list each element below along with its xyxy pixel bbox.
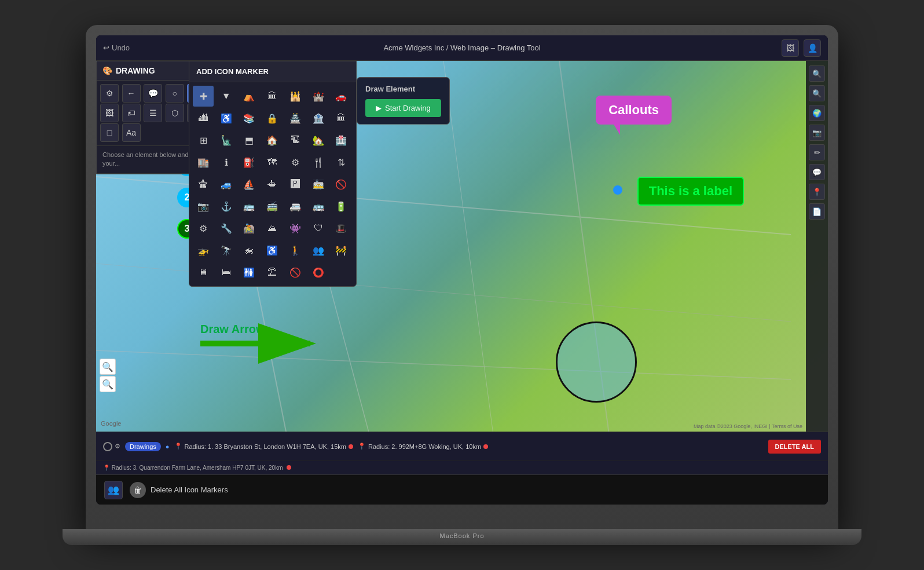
icon-car[interactable]: 🚗 [331,86,351,107]
rt-comment[interactable]: 💬 [809,164,825,180]
icon-info[interactable]: ℹ [216,152,237,173]
icon-bike[interactable]: 🚵 [239,218,259,239]
icon-tram[interactable]: 🚋 [308,174,329,195]
blue-dot-marker [613,185,622,195]
icon-binoculars[interactable]: 🔭 [216,240,237,261]
icon-clinic[interactable]: 🏥 [331,130,351,151]
icon-car2[interactable]: 🚙 [216,174,237,195]
toolbar-comment[interactable]: 💬 [144,84,162,103]
icon-columns[interactable]: 🏛 [262,86,283,107]
icon-disabled[interactable]: ♿ [262,240,283,261]
icon-mosque[interactable]: 🕌 [285,86,306,107]
icon-mountain[interactable]: ⛰ [262,218,283,239]
icon-fuel[interactable]: ⛽ [239,152,259,173]
right-toolbar: 🔍 🔍 🌍 📷 ✏ 💬 📍 📄 [806,61,828,432]
icon-group[interactable]: 👥 [308,240,329,261]
zoom-in-button[interactable]: 🔍 [100,359,116,375]
delete-all-button[interactable]: DELETE ALL [768,440,821,454]
icon-helicopter[interactable]: 🚁 [193,240,214,261]
icon-museum[interactable]: 🏛 [331,108,351,129]
delete-markers-button[interactable]: 🗑 Delete All Icon Markers [130,482,228,498]
icon-anchor[interactable]: ⚓ [216,196,237,217]
icon-shop[interactable]: 🏬 [193,152,214,173]
icon-arrows[interactable]: ⇅ [331,152,351,173]
toolbar-image[interactable]: 🖼 [100,104,119,122]
toolbar-settings[interactable]: ⚙ [100,84,119,103]
icon-battery[interactable]: 🔋 [331,196,351,217]
rt-pin[interactable]: 📍 [809,184,825,200]
icon-home[interactable]: 🏠 [262,130,283,151]
google-logo: Google [101,420,121,427]
rt-doc[interactable]: 📄 [809,203,825,220]
icon-arrow-down[interactable]: ▼ [216,86,237,107]
images-button[interactable]: 🖼 [782,39,799,57]
icon-camera[interactable]: 📷 [193,196,214,217]
icon-monitor[interactable]: 🖥 [193,262,214,283]
icon-bus2[interactable]: 🚌 [308,196,329,217]
icon-nosign[interactable]: 🚫 [331,174,351,195]
icon-shield[interactable]: 🛡 [308,218,329,239]
zoom-out-button[interactable]: 🔍 [100,376,116,392]
rt-search[interactable]: 🔍 [809,65,825,82]
icon-books[interactable]: 📚 [239,108,259,129]
icon-cone[interactable]: 🚧 [331,240,351,261]
toolbar-tag[interactable]: 🏷 [122,104,141,122]
icon-house2[interactable]: 🏡 [308,130,329,151]
icon-boat[interactable]: ⛵ [239,174,259,195]
radius-2: 📍 Radius: 2. 992M+8G Woking, UK, 10km [358,443,488,450]
icon-van[interactable]: 🚐 [285,196,306,217]
toolbar-back[interactable]: ← [122,84,141,103]
icon-food[interactable]: 🍴 [308,152,329,173]
icon-bed[interactable]: 🛏 [216,262,237,283]
toolbar-polygon[interactable]: ⬡ [166,104,184,122]
icon-trolley[interactable]: 🚎 [262,196,283,217]
icon-settings2[interactable]: ⚙ [193,218,214,239]
icon-tools[interactable]: 🔧 [216,218,237,239]
icon-city[interactable]: 🏙 [193,108,214,129]
svg-line-6 [443,61,501,432]
icon-grid-view[interactable]: ⊞ [193,130,214,151]
icon-bank[interactable]: 🏦 [308,108,329,129]
team-button[interactable]: 👥 [104,481,123,499]
toolbar-list[interactable]: ☰ [144,104,162,122]
toolbar-circle[interactable]: ○ [166,84,184,103]
toolbar-text[interactable]: Aa [122,123,141,142]
zoom-controls: 🔍 🔍 [100,359,116,392]
icon-extra[interactable]: ⭕ [308,262,329,283]
rt-camera[interactable]: 📷 [809,125,825,141]
icon-arch[interactable]: ⬒ [239,130,259,151]
icon-parking[interactable]: 🅿 [285,174,306,195]
icon-bus[interactable]: 🚌 [239,196,259,217]
icon-lock[interactable]: 🔒 [262,108,283,129]
icon-temple[interactable]: 🗽 [216,130,237,151]
icon-tent[interactable]: ⛺ [239,86,259,107]
breadcrumb: Acme Widgets Inc / Web Image – Drawing T… [383,43,540,52]
start-drawing-button[interactable]: ▶ Start Drawing [365,99,441,117]
icon-gear[interactable]: ⚙ [285,152,306,173]
rt-pencil[interactable]: ✏ [809,144,825,160]
icon-cross[interactable]: ✚ [193,86,214,107]
icon-hat[interactable]: 🎩 [331,218,351,239]
main-area: Draw Element ▶ Start Drawing Callouts [96,61,828,432]
drawings-badge: Drawings [125,442,161,451]
icon-ferry[interactable]: ⛴ [262,174,283,195]
icon-alien[interactable]: 👾 [285,218,306,239]
icon-road[interactable]: 🛣 [193,174,214,195]
toolbar-rectangle[interactable]: □ [100,123,119,142]
icon-castle[interactable]: 🏰 [308,86,329,107]
icon-map2[interactable]: 🗺 [262,152,283,173]
icon-forbidden[interactable]: 🚫 [285,262,306,283]
rt-globe[interactable]: 🌍 [809,105,825,121]
undo-button[interactable]: ↩ Undo [103,43,130,52]
icon-wheelchair[interactable]: ♿ [216,108,237,129]
user-button[interactable]: 👤 [804,39,821,57]
toggle-circle [103,442,112,451]
icon-motorbike[interactable]: 🏍 [239,240,259,261]
icon-beach[interactable]: ⛱ [262,262,283,283]
icon-restroom[interactable]: 🚻 [239,262,259,283]
rt-zoom[interactable]: 🔍 [809,85,825,101]
icon-person[interactable]: 🚶 [285,240,306,261]
icon-fortress[interactable]: 🏯 [285,108,306,129]
toggle-control[interactable]: ⚙ [103,442,120,451]
icon-building[interactable]: 🏗 [285,130,306,151]
